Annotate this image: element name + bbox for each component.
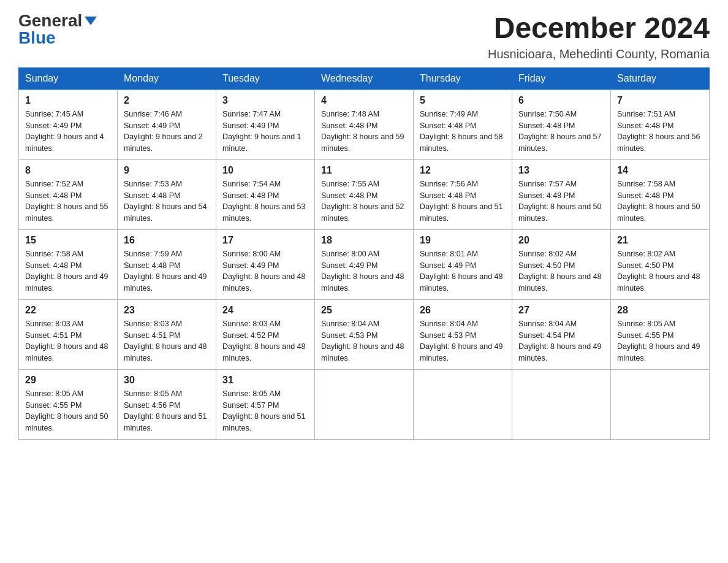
table-row: 15 Sunrise: 7:58 AMSunset: 4:48 PMDaylig… [19,229,118,299]
day-headers-row: Sunday Monday Tuesday Wednesday Thursday… [19,67,710,90]
calendar-week-row: 15 Sunrise: 7:58 AMSunset: 4:48 PMDaylig… [19,229,710,299]
day-info: Sunrise: 7:59 AMSunset: 4:48 PMDaylight:… [124,250,207,293]
table-row [611,369,710,439]
table-row: 6 Sunrise: 7:50 AMSunset: 4:48 PMDayligh… [512,90,611,160]
day-info: Sunrise: 8:04 AMSunset: 4:54 PMDaylight:… [518,320,602,362]
logo-general-text: General [18,12,82,29]
month-title: December 2024 [488,12,710,45]
table-row: 10 Sunrise: 7:54 AMSunset: 4:48 PMDaylig… [216,159,315,229]
day-number: 11 [321,165,407,176]
day-number: 14 [617,165,703,176]
day-number: 18 [321,235,407,246]
day-number: 13 [518,165,604,176]
table-row: 17 Sunrise: 8:00 AMSunset: 4:49 PMDaylig… [216,229,315,299]
table-row: 28 Sunrise: 8:05 AMSunset: 4:55 PMDaylig… [611,299,710,369]
day-info: Sunrise: 7:58 AMSunset: 4:48 PMDaylight:… [25,250,108,293]
day-number: 27 [518,305,604,316]
header-thursday: Thursday [414,67,512,90]
table-row [512,369,611,439]
logo: General Blue [18,12,97,47]
day-info: Sunrise: 8:03 AMSunset: 4:51 PMDaylight:… [25,320,108,362]
logo-arrow-icon [85,17,97,25]
day-number: 31 [222,375,308,386]
day-info: Sunrise: 8:01 AMSunset: 4:49 PMDaylight:… [420,250,503,293]
day-info: Sunrise: 7:53 AMSunset: 4:48 PMDaylight:… [124,180,207,223]
day-number: 12 [420,165,506,176]
table-row: 26 Sunrise: 8:04 AMSunset: 4:53 PMDaylig… [414,299,512,369]
day-info: Sunrise: 7:45 AMSunset: 4:49 PMDaylight:… [25,110,104,153]
day-info: Sunrise: 7:54 AMSunset: 4:48 PMDaylight:… [222,180,306,223]
day-number: 22 [25,305,111,316]
table-row: 7 Sunrise: 7:51 AMSunset: 4:48 PMDayligh… [611,90,710,160]
day-number: 21 [617,235,703,246]
day-number: 4 [321,95,407,106]
day-info: Sunrise: 8:05 AMSunset: 4:55 PMDaylight:… [617,320,700,362]
day-info: Sunrise: 7:52 AMSunset: 4:48 PMDaylight:… [25,180,108,223]
table-row: 14 Sunrise: 7:58 AMSunset: 4:48 PMDaylig… [611,159,710,229]
day-number: 8 [25,165,111,176]
day-number: 28 [617,305,703,316]
calendar-week-row: 22 Sunrise: 8:03 AMSunset: 4:51 PMDaylig… [19,299,710,369]
table-row: 25 Sunrise: 8:04 AMSunset: 4:53 PMDaylig… [315,299,414,369]
table-row: 20 Sunrise: 8:02 AMSunset: 4:50 PMDaylig… [512,229,611,299]
table-row: 24 Sunrise: 8:03 AMSunset: 4:52 PMDaylig… [216,299,315,369]
header-saturday: Saturday [611,67,710,90]
table-row: 1 Sunrise: 7:45 AMSunset: 4:49 PMDayligh… [19,90,118,160]
calendar-week-row: 29 Sunrise: 8:05 AMSunset: 4:55 PMDaylig… [19,369,710,439]
header-tuesday: Tuesday [216,67,315,90]
day-info: Sunrise: 8:05 AMSunset: 4:55 PMDaylight:… [25,389,108,432]
day-number: 7 [617,95,703,106]
table-row [414,369,512,439]
day-number: 6 [518,95,604,106]
title-area: December 2024 Husnicioara, Mehedinti Cou… [488,12,710,61]
day-number: 26 [420,305,506,316]
day-info: Sunrise: 7:58 AMSunset: 4:48 PMDaylight:… [617,180,700,223]
day-number: 29 [25,375,111,386]
table-row: 16 Sunrise: 7:59 AMSunset: 4:48 PMDaylig… [118,229,216,299]
table-row: 23 Sunrise: 8:03 AMSunset: 4:51 PMDaylig… [118,299,216,369]
day-number: 25 [321,305,407,316]
day-number: 24 [222,305,308,316]
day-info: Sunrise: 7:51 AMSunset: 4:48 PMDaylight:… [617,110,700,153]
day-number: 5 [420,95,506,106]
table-row: 9 Sunrise: 7:53 AMSunset: 4:48 PMDayligh… [118,159,216,229]
header-monday: Monday [118,67,216,90]
table-row: 13 Sunrise: 7:57 AMSunset: 4:48 PMDaylig… [512,159,611,229]
day-info: Sunrise: 7:57 AMSunset: 4:48 PMDaylight:… [518,180,602,223]
day-number: 1 [25,95,111,106]
table-row: 22 Sunrise: 8:03 AMSunset: 4:51 PMDaylig… [19,299,118,369]
header-sunday: Sunday [19,67,118,90]
table-row: 12 Sunrise: 7:56 AMSunset: 4:48 PMDaylig… [414,159,512,229]
day-number: 30 [124,375,210,386]
day-info: Sunrise: 8:05 AMSunset: 4:57 PMDaylight:… [222,389,306,432]
table-row: 3 Sunrise: 7:47 AMSunset: 4:49 PMDayligh… [216,90,315,160]
day-number: 3 [222,95,308,106]
day-info: Sunrise: 7:50 AMSunset: 4:48 PMDaylight:… [518,110,602,153]
table-row: 2 Sunrise: 7:46 AMSunset: 4:49 PMDayligh… [118,90,216,160]
table-row: 18 Sunrise: 8:00 AMSunset: 4:49 PMDaylig… [315,229,414,299]
day-info: Sunrise: 8:00 AMSunset: 4:49 PMDaylight:… [321,250,404,293]
day-info: Sunrise: 8:05 AMSunset: 4:56 PMDaylight:… [124,389,207,432]
day-info: Sunrise: 8:03 AMSunset: 4:51 PMDaylight:… [124,320,207,362]
day-info: Sunrise: 8:04 AMSunset: 4:53 PMDaylight:… [420,320,503,362]
day-number: 17 [222,235,308,246]
table-row: 31 Sunrise: 8:05 AMSunset: 4:57 PMDaylig… [216,369,315,439]
day-info: Sunrise: 7:55 AMSunset: 4:48 PMDaylight:… [321,180,404,223]
day-number: 20 [518,235,604,246]
header-wednesday: Wednesday [315,67,414,90]
table-row: 21 Sunrise: 8:02 AMSunset: 4:50 PMDaylig… [611,229,710,299]
day-info: Sunrise: 8:00 AMSunset: 4:49 PMDaylight:… [222,250,306,293]
table-row: 4 Sunrise: 7:48 AMSunset: 4:48 PMDayligh… [315,90,414,160]
table-row: 8 Sunrise: 7:52 AMSunset: 4:48 PMDayligh… [19,159,118,229]
day-number: 2 [124,95,210,106]
day-number: 15 [25,235,111,246]
day-info: Sunrise: 7:56 AMSunset: 4:48 PMDaylight:… [420,180,503,223]
calendar-week-row: 1 Sunrise: 7:45 AMSunset: 4:49 PMDayligh… [19,90,710,160]
calendar-table: Sunday Monday Tuesday Wednesday Thursday… [18,67,710,440]
location-title: Husnicioara, Mehedinti County, Romania [488,47,710,61]
day-info: Sunrise: 7:46 AMSunset: 4:49 PMDaylight:… [124,110,203,153]
day-info: Sunrise: 8:04 AMSunset: 4:53 PMDaylight:… [321,320,404,362]
table-row: 29 Sunrise: 8:05 AMSunset: 4:55 PMDaylig… [19,369,118,439]
table-row: 11 Sunrise: 7:55 AMSunset: 4:48 PMDaylig… [315,159,414,229]
logo-blue-text: Blue [18,29,56,47]
